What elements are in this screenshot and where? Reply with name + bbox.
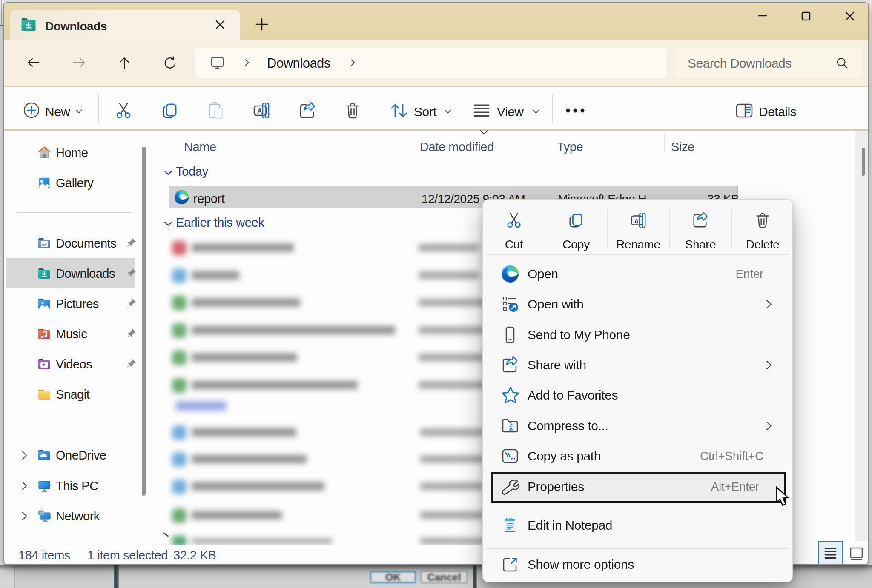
svg-text:A: A <box>257 108 262 115</box>
svg-text:A: A <box>634 217 639 225</box>
